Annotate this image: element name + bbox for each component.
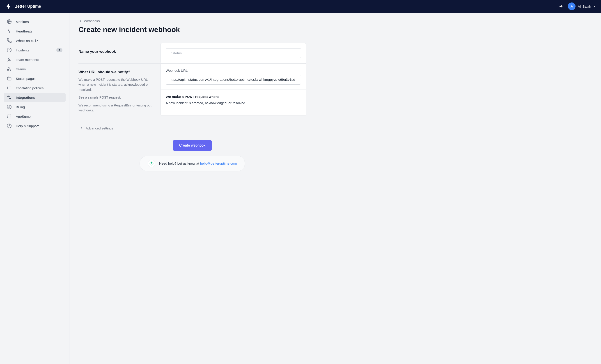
sidebar-item-label: AppSumo <box>16 115 62 118</box>
sidebar-item-team-members[interactable]: Team members <box>4 55 66 64</box>
alert-icon <box>7 48 12 52</box>
create-webhook-button[interactable]: Create webhook <box>173 140 212 151</box>
sidebar-item-monitors[interactable]: Monitors <box>4 17 66 26</box>
url-desc-1: We make a POST request to the Webhook UR… <box>79 77 155 92</box>
sidebar-item-oncall[interactable]: Who's on-call? <box>4 36 66 45</box>
breadcrumb-label: Webhooks <box>84 19 100 23</box>
help-email-link[interactable]: hello@betteruptime.com <box>200 162 237 165</box>
advanced-settings-toggle[interactable]: Advanced settings <box>79 121 306 135</box>
sidebar-item-label: Status pages <box>16 77 62 81</box>
status-page-icon <box>7 76 12 81</box>
sidebar-item-label: Escalation policies <box>16 86 62 90</box>
help-text: Need help? Let us know at hello@betterup… <box>159 162 237 165</box>
section-heading-url: What URL should we notify? <box>79 70 155 74</box>
billing-icon <box>7 104 12 109</box>
megaphone-icon[interactable] <box>559 4 563 9</box>
user-icon <box>7 57 12 62</box>
form-right-name <box>160 43 306 63</box>
avatar: A <box>568 2 576 10</box>
post-heading: We make a POST request when: <box>166 95 301 99</box>
sidebar-item-label: Monitors <box>16 20 62 24</box>
help-icon <box>7 123 12 128</box>
content: Webhooks Create new incident webhook Nam… <box>70 13 315 364</box>
sidebar-item-billing[interactable]: Billing <box>4 102 66 111</box>
integrations-icon <box>7 95 12 100</box>
sidebar-item-label: Teams <box>16 67 62 71</box>
post-desc: A new incident is created, acknowledged,… <box>166 101 301 105</box>
svg-point-3 <box>9 67 10 68</box>
form-row-url: What URL should we notify? We make a POS… <box>79 63 306 116</box>
sidebar-item-label: Heartbeats <box>16 29 62 33</box>
sidebar-item-label: Team members <box>16 58 62 61</box>
app-header: Better Uptime A Ali Salah <box>0 0 601 13</box>
user-menu[interactable]: A Ali Salah <box>568 2 596 10</box>
section-heading-name: Name your webhook <box>79 49 155 54</box>
form-left-url: What URL should we notify? We make a POS… <box>79 64 155 116</box>
avatar-letter: A <box>570 4 573 8</box>
sidebar-item-heartbeats[interactable]: Heartbeats <box>4 27 66 36</box>
chevron-left-icon <box>79 19 82 23</box>
webhook-url-label: Webhook URL <box>166 69 301 72</box>
heartbeat-icon <box>7 29 12 34</box>
help-icon-wrap <box>148 160 155 167</box>
question-icon <box>150 162 153 166</box>
sidebar-item-label: Who's on-call? <box>16 39 62 43</box>
svg-rect-6 <box>7 77 11 80</box>
sidebar-item-label: Incidents <box>16 48 52 52</box>
sidebar-item-label: Billing <box>16 105 62 109</box>
sidebar-item-appsumo[interactable]: AppSumo <box>4 112 66 121</box>
chevron-right-icon <box>80 127 83 130</box>
url-desc-3: We recommend using a RequestBin for test… <box>79 103 155 113</box>
webhook-name-input[interactable] <box>166 48 301 58</box>
svg-rect-8 <box>8 115 11 118</box>
webhook-url-input[interactable] <box>166 75 301 85</box>
advanced-label: Advanced settings <box>86 126 113 130</box>
form-left-name: Name your webhook <box>79 43 155 63</box>
appsumo-icon <box>7 114 12 119</box>
sidebar-item-label: Help & Support <box>16 124 62 128</box>
escalation-icon <box>7 85 12 91</box>
caret-down-icon <box>593 5 596 8</box>
globe-icon <box>7 19 12 24</box>
sample-post-link[interactable]: sample POST request <box>88 96 120 99</box>
phone-icon <box>7 38 12 43</box>
header-right: A Ali Salah <box>559 2 596 10</box>
sidebar-item-label: Integrations <box>16 96 62 100</box>
sidebar-item-integrations[interactable]: Integrations <box>4 93 66 102</box>
svg-point-2 <box>8 58 10 60</box>
url-desc-2: See a sample POST request. <box>79 95 155 100</box>
sidebar-item-help[interactable]: Help & Support <box>4 121 66 130</box>
card-divider <box>161 90 306 90</box>
submit-row: Create webhook <box>79 135 306 151</box>
breadcrumb[interactable]: Webhooks <box>79 19 306 23</box>
page-title: Create new incident webhook <box>79 25 306 34</box>
help-box: Need help? Let us know at hello@betterup… <box>140 156 245 172</box>
requestbin-link[interactable]: RequestBin <box>114 103 131 107</box>
sidebar: Monitors Heartbeats Who's on-call? Incid… <box>0 13 70 364</box>
header-left: Better Uptime <box>5 3 41 10</box>
logo-icon <box>5 3 12 10</box>
teams-icon <box>7 67 12 71</box>
form-row-name: Name your webhook <box>79 43 306 63</box>
sidebar-item-incidents[interactable]: Incidents 4 <box>4 46 66 55</box>
sidebar-item-status-pages[interactable]: Status pages <box>4 74 66 83</box>
main-container: Monitors Heartbeats Who's on-call? Incid… <box>0 13 601 364</box>
logo-text: Better Uptime <box>14 4 41 9</box>
sidebar-item-teams[interactable]: Teams <box>4 64 66 73</box>
sidebar-item-escalation[interactable]: Escalation policies <box>4 83 66 92</box>
form-right-url: Webhook URL We make a POST request when:… <box>160 63 306 116</box>
user-name: Ali Salah <box>578 4 591 8</box>
incidents-badge: 4 <box>56 48 62 52</box>
